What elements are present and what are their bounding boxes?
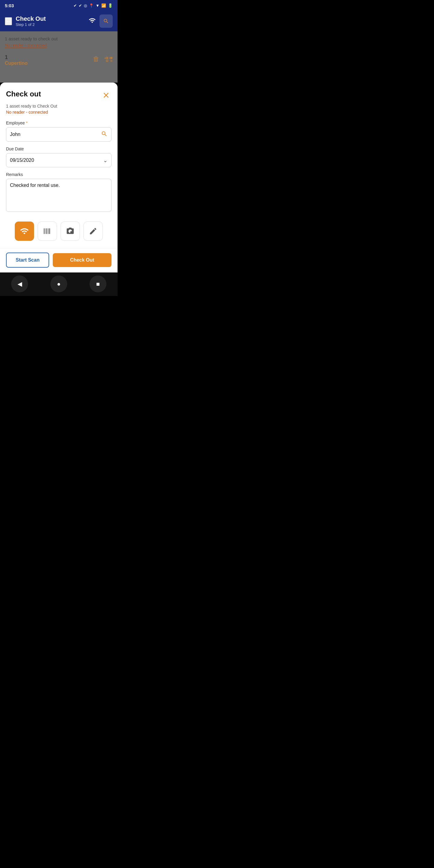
bg-asset-count: 1 asset ready to check out <box>5 36 113 41</box>
check-icon-2: ✔ <box>79 3 82 8</box>
employee-search-icon[interactable] <box>101 130 107 138</box>
header-title-group: Check Out Step 1 of 2 <box>16 16 85 27</box>
header: ← Check Out Step 1 of 2 <box>0 11 118 31</box>
wifi-signal-icon: ▼ <box>96 3 99 8</box>
due-date-select-wrap: 09/15/2020 ⌄ <box>6 153 112 167</box>
modal-title: Check out <box>6 90 41 98</box>
due-date-field-group: Due Date 09/15/2020 ⌄ <box>6 147 112 167</box>
scan-tag-icon <box>104 55 113 65</box>
remarks-textarea[interactable]: Checked for rental use. <box>10 183 107 207</box>
employee-input-wrap <box>6 127 112 142</box>
modal-close-button[interactable] <box>101 90 112 102</box>
modal-subtitle: 1 asset ready to Check Out <box>6 104 112 108</box>
bg-item-row: 1 Cupertino 🗑 <box>5 52 113 68</box>
barcode-scan-button[interactable] <box>38 221 57 241</box>
employee-required-star: * <box>26 121 27 125</box>
start-scan-button[interactable]: Start Scan <box>6 253 49 268</box>
nav-square-icon: ■ <box>96 281 100 287</box>
nav-home-button[interactable]: ● <box>50 276 67 292</box>
nav-recents-button[interactable]: ■ <box>90 276 106 292</box>
rfid-scan-button[interactable] <box>15 221 34 241</box>
camera-scan-button[interactable] <box>61 221 80 241</box>
modal-header: Check out <box>6 90 112 102</box>
page-subtitle: Step 1 of 2 <box>16 22 85 27</box>
remarks-textarea-wrap: Checked for rental use. <box>6 179 112 212</box>
bg-item-info: 1 Cupertino <box>5 54 28 66</box>
nav-back-icon: ◀ <box>18 280 22 287</box>
employee-label: Employee * <box>6 121 112 125</box>
status-bar: 5:03 ✔ ✔ ◎ 📍 ▼ 📶 🔋 <box>0 0 118 11</box>
status-time: 5:03 <box>5 3 14 8</box>
chevron-down-icon: ⌄ <box>103 157 107 164</box>
due-date-label: Due Date <box>6 147 112 151</box>
at-icon: ◎ <box>84 3 87 8</box>
location-icon: 📍 <box>89 3 94 8</box>
manual-entry-button[interactable] <box>84 221 103 241</box>
header-actions <box>89 14 113 28</box>
bg-item-number: 1 <box>5 54 28 61</box>
rfid-icon <box>89 17 96 26</box>
check-icon-1: ✔ <box>73 3 77 8</box>
delete-icon: 🗑 <box>93 55 99 65</box>
battery-icon: 🔋 <box>108 3 113 8</box>
signal-bars-icon: 📶 <box>101 3 106 8</box>
bg-item-actions: 🗑 <box>93 55 113 65</box>
modal-no-reader: No reader - connected <box>6 110 112 115</box>
back-button[interactable]: ← <box>5 17 12 25</box>
remarks-field-group: Remarks Checked for rental use. <box>6 172 112 212</box>
bg-no-reader: No reader - connected <box>5 43 47 48</box>
remarks-label: Remarks <box>6 172 112 177</box>
nav-bar: ◀ ● ■ <box>0 273 118 296</box>
search-button[interactable] <box>99 14 113 28</box>
page-title: Check Out <box>16 16 85 22</box>
modal-sheet: Check out 1 asset ready to Check Out No … <box>0 83 118 248</box>
check-out-button[interactable]: Check Out <box>53 253 112 267</box>
status-icons: ✔ ✔ ◎ 📍 ▼ 📶 🔋 <box>73 3 113 8</box>
scanner-row <box>6 217 112 243</box>
nav-back-button[interactable]: ◀ <box>11 276 28 292</box>
background-content: 1 asset ready to check out No reader - c… <box>0 31 118 83</box>
bottom-actions: Start Scan Check Out <box>0 248 118 273</box>
employee-input[interactable] <box>10 127 101 141</box>
nav-home-icon: ● <box>57 281 61 287</box>
bg-item-name: Cupertino <box>5 61 28 66</box>
due-date-select[interactable]: 09/15/2020 <box>10 153 103 167</box>
employee-field-group: Employee * <box>6 121 112 142</box>
